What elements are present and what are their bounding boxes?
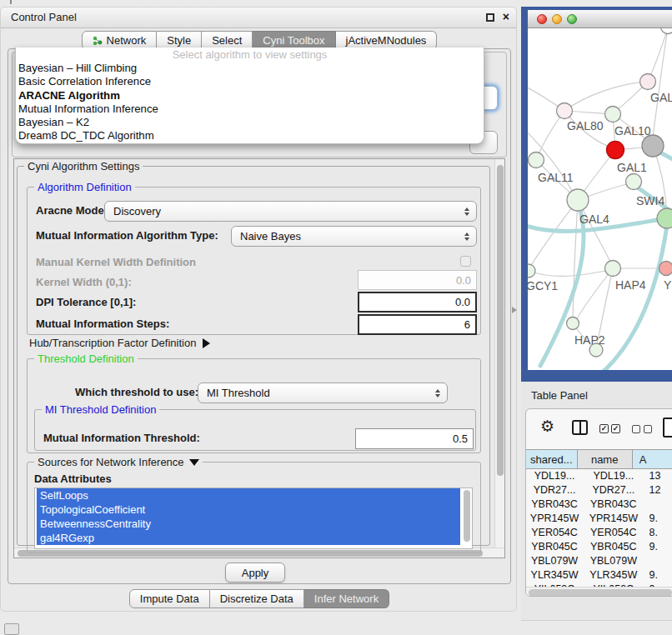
cell[interactable]: 9. [644, 540, 672, 554]
list-scrollbar[interactable] [464, 490, 471, 543]
vertical-scrollbar[interactable] [494, 159, 504, 548]
group-title: Cyni Algorithm Settings [24, 160, 143, 172]
sources-toggle[interactable]: Sources for Network Inference [34, 456, 203, 468]
cell[interactable]: YDR27... [583, 483, 644, 498]
column-header-name[interactable]: name [578, 449, 633, 469]
apply-button[interactable]: Apply [225, 562, 285, 582]
group-title: Algorithm Definition [34, 181, 135, 193]
node-green[interactable] [657, 208, 672, 228]
which-threshold-label: Which threshold to use: [75, 386, 198, 398]
node-gal11[interactable] [529, 152, 544, 168]
column-header-shared-name[interactable]: shared... [526, 449, 578, 469]
data-attributes-label: Data Attributes [34, 472, 112, 485]
node-gray[interactable] [642, 135, 664, 157]
cell[interactable]: YER054C [526, 526, 583, 540]
combobox-value: Discovery [113, 205, 161, 218]
unchecked-checkbox-icon[interactable] [632, 425, 640, 433]
cell[interactable]: YLR345W [526, 568, 583, 582]
cell[interactable]: 12 [644, 483, 672, 498]
checked-checkbox-icon[interactable]: ✓ [599, 424, 609, 433]
cyni-algorithm-settings-group: Cyni Algorithm Settings Algorithm Defini… [17, 166, 490, 546]
algorithm-definition-group: Algorithm Definition Aracne Mode: Discov… [27, 187, 481, 335]
cell[interactable]: 13 [644, 469, 672, 483]
tab-impute-data[interactable]: Impute Data [129, 589, 210, 608]
cell[interactable]: YBR043C [526, 498, 583, 512]
node-gcy1[interactable] [528, 264, 535, 278]
cell[interactable]: YDL19... [583, 469, 644, 483]
node-gal4[interactable] [567, 189, 589, 211]
table-row[interactable]: YLR345W YLR345W 9. [526, 568, 672, 582]
dropdown-item[interactable]: Basic Correlation Inference [16, 75, 484, 88]
list-scrollbar-thumb[interactable] [464, 490, 470, 542]
cell[interactable]: YBL079W [583, 554, 644, 568]
cell[interactable]: YER054C [583, 526, 644, 540]
dropdown-item[interactable]: Bayesian – Hill Climbing [16, 62, 484, 75]
minimize-traffic-light-icon[interactable] [552, 14, 562, 24]
network-graph[interactable]: GAL GAL80 GAL10 GAL1 GAL11 SWI4 GAL4 GCY… [528, 28, 672, 370]
unchecked-checkbox-icon[interactable] [644, 425, 652, 433]
table-row[interactable]: YBR043C YBR043C [526, 498, 672, 512]
cell[interactable]: YBR043C [583, 498, 644, 512]
cell[interactable]: 9. [644, 568, 672, 582]
cell[interactable]: 9. [644, 512, 672, 526]
table-row[interactable]: YPR145W YPR145W 9. [526, 512, 672, 526]
checked-checkbox-icon[interactable]: ✓ [611, 424, 620, 433]
dropdown-item[interactable]: Bayesian – K2 [16, 116, 484, 129]
split-pane-collapse-arrow[interactable] [512, 307, 517, 313]
network-window-titlebar[interactable] [528, 10, 672, 28]
node-gal10[interactable] [605, 107, 621, 122]
dropdown-item-highlighted[interactable]: ARACNE Algorithm [16, 89, 484, 102]
table-row[interactable]: YDL19... YDL19... 13 [526, 469, 672, 483]
cell[interactable] [644, 554, 672, 568]
dropdown-item[interactable]: Dream8 DC_TDC Algorithm [16, 129, 484, 142]
node-unlabeled[interactable] [661, 28, 672, 34]
hub-definition-toggle[interactable]: Hub/Transcription Factor Definition [29, 337, 210, 349]
cell[interactable] [644, 498, 672, 512]
tab-infer-network[interactable]: Infer Network [304, 589, 389, 608]
table-row[interactable]: YDR27... YDR27... 12 [526, 483, 672, 498]
tab-discretize-data[interactable]: Discretize Data [210, 589, 304, 608]
cell[interactable]: YDL19... [526, 469, 583, 483]
mi-steps-input[interactable] [358, 314, 477, 335]
cell[interactable]: YPR145W [526, 512, 583, 526]
table-horizontal-scrollbar-thumb[interactable] [529, 589, 672, 597]
list-item[interactable]: gal4RGexp [37, 531, 460, 545]
vertical-scrollbar-thumb[interactable] [497, 165, 504, 476]
cell[interactable]: YPR145W [583, 512, 644, 526]
cell[interactable]: YBR045C [526, 540, 583, 554]
close-traffic-light-icon[interactable] [537, 14, 547, 24]
cell[interactable]: YDR27... [526, 483, 583, 498]
column-header-clipped[interactable]: A [633, 449, 672, 469]
node-red[interactable] [607, 142, 624, 159]
cell[interactable]: YLR345W [583, 568, 644, 582]
split-columns-icon[interactable] [572, 420, 588, 435]
cell[interactable]: YBL079W [526, 554, 583, 568]
dropdown-item[interactable]: Mutual Information Inference [16, 102, 484, 116]
node-hap2[interactable] [567, 318, 579, 330]
float-window-icon[interactable] [486, 13, 494, 22]
zoom-traffic-light-icon[interactable] [567, 14, 577, 24]
node-hap4[interactable] [605, 261, 621, 277]
aracne-mode-combobox[interactable]: Discovery [104, 201, 477, 222]
table-row[interactable]: YER054C YER054C 8. [526, 526, 672, 540]
cell[interactable]: YBR045C [583, 540, 644, 554]
list-item[interactable]: SelfLoops [37, 488, 460, 502]
mi-type-combobox[interactable]: Naive Bayes [231, 226, 477, 247]
list-item[interactable]: BetweennessCentrality [37, 517, 460, 531]
close-icon[interactable]: × [503, 10, 509, 23]
node-gal2[interactable] [640, 74, 656, 90]
list-item[interactable]: TopologicalCoefficient [37, 502, 460, 517]
which-threshold-combobox[interactable]: MI Threshold [198, 382, 448, 403]
cell[interactable]: 8. [644, 526, 672, 540]
table-row[interactable]: YBR045C YBR045C 9. [526, 540, 672, 554]
node-swi4[interactable] [626, 174, 642, 190]
table-horizontal-scrollbar[interactable] [526, 587, 672, 597]
mi-threshold-input[interactable] [355, 428, 474, 449]
dpi-tolerance-input[interactable] [358, 292, 477, 312]
table-row[interactable]: YBL079W YBL079W [526, 554, 672, 568]
node-salmon[interactable] [659, 262, 672, 276]
gear-icon[interactable]: ⚙ [540, 416, 554, 438]
collapsed-panel-button[interactable] [4, 623, 19, 635]
node-gal80[interactable] [557, 103, 573, 119]
document-icon[interactable] [663, 418, 672, 438]
